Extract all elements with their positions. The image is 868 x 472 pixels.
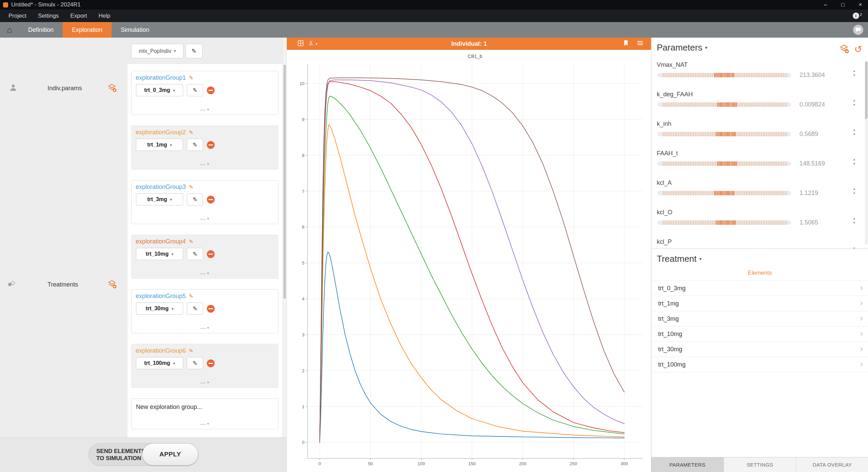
- edit-treatment-button[interactable]: ✎: [187, 84, 203, 96]
- edit-group-name-icon[interactable]: ✎: [189, 75, 193, 81]
- edit-treatment-button[interactable]: ✎: [187, 302, 203, 315]
- parameters-section-title[interactable]: Parameters ▾: [657, 42, 707, 53]
- tab-parameters[interactable]: PARAMETERS: [651, 457, 724, 472]
- value-stepper[interactable]: ▲▼: [853, 70, 856, 77]
- add-parameter-element-icon[interactable]: [839, 44, 849, 55]
- parameter-slider[interactable]: [657, 220, 791, 225]
- spinner-up-icon[interactable]: ▲: [853, 99, 856, 102]
- spinner-up-icon[interactable]: ▲: [853, 217, 856, 220]
- exploration-plot[interactable]: CB1_b050100150200250300012345678910: [287, 50, 651, 472]
- parameter-slider[interactable]: [657, 73, 791, 77]
- menu-project[interactable]: Project: [3, 9, 32, 22]
- value-stepper[interactable]: ▲▼: [853, 99, 856, 106]
- parameter-slider[interactable]: [657, 102, 791, 107]
- sidebar-item-indiv-params[interactable]: Indiv.params: [0, 82, 127, 94]
- parameters-scrollbar[interactable]: [865, 61, 868, 244]
- apply-button[interactable]: APPLY: [142, 443, 198, 466]
- close-button[interactable]: ×: [859, 2, 862, 8]
- spinner-up-icon[interactable]: ▲: [853, 129, 856, 132]
- slider-thumb-zone[interactable]: [717, 102, 737, 107]
- scrollbar-thumb[interactable]: [283, 65, 286, 299]
- scrollbar-thumb[interactable]: [865, 61, 868, 119]
- edit-group-name-icon[interactable]: ✎: [189, 293, 193, 299]
- expand-group-toggle[interactable]: ...▾: [132, 420, 278, 426]
- menu-settings[interactable]: Settings: [32, 9, 64, 22]
- spinner-down-icon[interactable]: ▼: [853, 74, 856, 77]
- edit-group-name-icon[interactable]: ✎: [189, 238, 193, 245]
- edit-treatment-button[interactable]: ✎: [187, 357, 203, 369]
- spinner-down-icon[interactable]: ▼: [853, 192, 856, 195]
- treatment-element-row[interactable]: trt_0_3mg›: [651, 281, 868, 296]
- treatment-select-dropdown[interactable]: trt_3mg▾: [136, 193, 183, 205]
- remove-group-button[interactable]: [207, 305, 215, 313]
- maximize-button[interactable]: □: [841, 2, 845, 8]
- treatment-select-dropdown[interactable]: trt_1mg▾: [136, 139, 183, 151]
- slider-thumb-zone[interactable]: [716, 132, 735, 136]
- indiv-param-dropdown[interactable]: mlx_PopIndiv ▾: [131, 44, 183, 58]
- spinner-down-icon[interactable]: ▼: [853, 103, 856, 106]
- treatment-element-row[interactable]: trt_3mg›: [651, 311, 868, 327]
- parameter-slider[interactable]: [657, 191, 791, 195]
- sidebar-item-treatments[interactable]: Treatments: [0, 279, 127, 290]
- minimize-button[interactable]: –: [824, 2, 827, 8]
- edit-indiv-param-button[interactable]: ✎: [185, 44, 202, 58]
- tab-data-overlay[interactable]: DATA OVERLAY: [796, 457, 868, 472]
- expand-group-toggle[interactable]: ...▾: [132, 160, 278, 166]
- treatment-section-title[interactable]: Treatment ▾: [651, 249, 868, 264]
- treatment-element-row[interactable]: trt_30mg›: [651, 342, 868, 357]
- menu-export[interactable]: Export: [64, 9, 93, 22]
- spinner-down-icon[interactable]: ▼: [853, 133, 856, 136]
- expand-group-toggle[interactable]: ...▾: [132, 324, 278, 330]
- tab-simulation[interactable]: Simulation: [112, 22, 158, 38]
- spinner-down-icon[interactable]: ▼: [853, 221, 856, 224]
- edit-group-name-icon[interactable]: ✎: [189, 184, 193, 190]
- treatment-element-row[interactable]: trt_10mg›: [651, 327, 868, 342]
- tab-settings[interactable]: SETTINGS: [724, 457, 796, 472]
- expand-group-toggle[interactable]: ...▾: [132, 270, 278, 276]
- value-stepper[interactable]: ▲▼: [853, 188, 856, 195]
- value-stepper[interactable]: ▲▼: [853, 158, 856, 165]
- new-exploration-group-card[interactable]: New exploration group......▾: [131, 398, 278, 429]
- treatment-select-dropdown[interactable]: trt_0_3mg▾: [136, 84, 183, 96]
- edit-group-name-icon[interactable]: ✎: [189, 129, 193, 136]
- spinner-up-icon[interactable]: ▲: [853, 70, 856, 73]
- expand-group-toggle[interactable]: ...▾: [132, 215, 278, 221]
- remove-group-button[interactable]: [207, 359, 215, 367]
- value-stepper[interactable]: ▲▼: [853, 217, 856, 224]
- remove-group-button[interactable]: [207, 86, 215, 94]
- spinner-up-icon[interactable]: ▲: [853, 158, 856, 161]
- slider-thumb-zone[interactable]: [714, 73, 734, 77]
- feedback-chat-icon[interactable]: [853, 25, 863, 35]
- treatment-element-row[interactable]: trt_1mg›: [651, 296, 868, 311]
- edit-treatment-button[interactable]: ✎: [187, 139, 203, 151]
- edit-group-name-icon[interactable]: ✎: [189, 348, 193, 354]
- spinner-down-icon[interactable]: ▼: [853, 162, 856, 165]
- menu-hamburger-icon[interactable]: [637, 41, 643, 47]
- slider-thumb-zone[interactable]: [714, 191, 734, 195]
- menu-help[interactable]: Help: [93, 9, 116, 22]
- home-icon[interactable]: ⌂: [0, 22, 19, 38]
- remove-group-button[interactable]: [207, 196, 215, 203]
- slider-thumb-zone[interactable]: [716, 220, 735, 225]
- treatment-select-dropdown[interactable]: trt_10mg▾: [136, 248, 183, 260]
- bookmark-icon[interactable]: [624, 40, 628, 47]
- value-stepper[interactable]: ▲▼: [853, 129, 856, 136]
- edit-treatment-button[interactable]: ✎: [187, 193, 203, 205]
- remove-group-button[interactable]: [207, 250, 215, 258]
- parameter-slider[interactable]: [657, 161, 791, 166]
- spinner-up-icon[interactable]: ▲: [853, 188, 856, 191]
- expand-group-toggle[interactable]: ...▾: [132, 379, 278, 385]
- remove-group-button[interactable]: [207, 141, 215, 149]
- add-indiv-param-icon[interactable]: [107, 83, 117, 94]
- treatment-select-dropdown[interactable]: trt_30mg▾: [136, 302, 183, 315]
- edit-treatment-button[interactable]: ✎: [187, 248, 203, 260]
- add-treatment-icon[interactable]: [107, 279, 117, 290]
- tab-definition[interactable]: Definition: [19, 22, 63, 38]
- info-icon[interactable]: i: [853, 13, 859, 19]
- reset-parameters-icon[interactable]: ↺: [854, 45, 862, 54]
- treatment-select-dropdown[interactable]: trt_100mg▾: [136, 357, 183, 369]
- tab-exploration[interactable]: Exploration: [63, 22, 112, 38]
- treatment-element-row[interactable]: trt_100mg›: [651, 357, 868, 372]
- expand-group-toggle[interactable]: ...▾: [132, 106, 278, 112]
- slider-thumb-zone[interactable]: [717, 161, 737, 166]
